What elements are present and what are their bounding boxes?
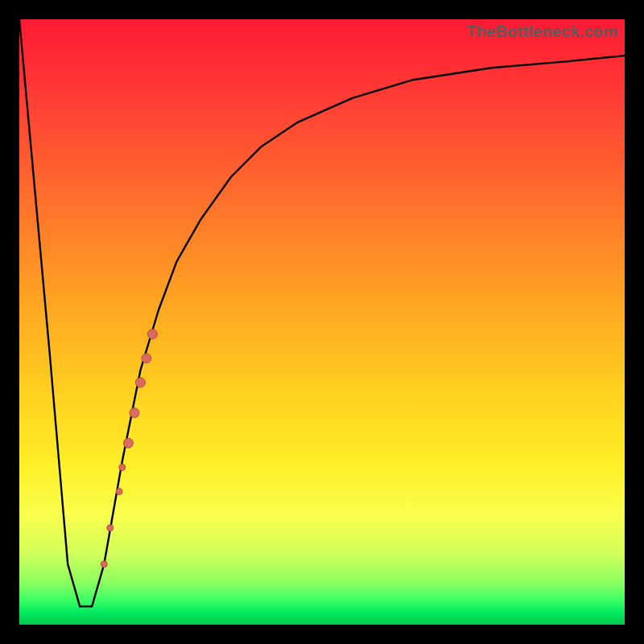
data-marker: [116, 489, 122, 495]
data-marker: [123, 438, 133, 448]
data-marker: [142, 353, 151, 363]
plot-area: TheBottleneck.com: [19, 19, 625, 625]
data-marker: [135, 378, 145, 387]
data-marker: [101, 561, 107, 568]
chart-svg: [19, 19, 625, 625]
curve-layer: [19, 19, 625, 606]
data-marker: [130, 408, 139, 418]
bottleneck-curve: [19, 19, 625, 606]
data-marker: [107, 525, 114, 531]
chart-container: TheBottleneck.com: [0, 0, 644, 644]
data-marker: [119, 464, 126, 471]
data-marker: [147, 329, 157, 339]
